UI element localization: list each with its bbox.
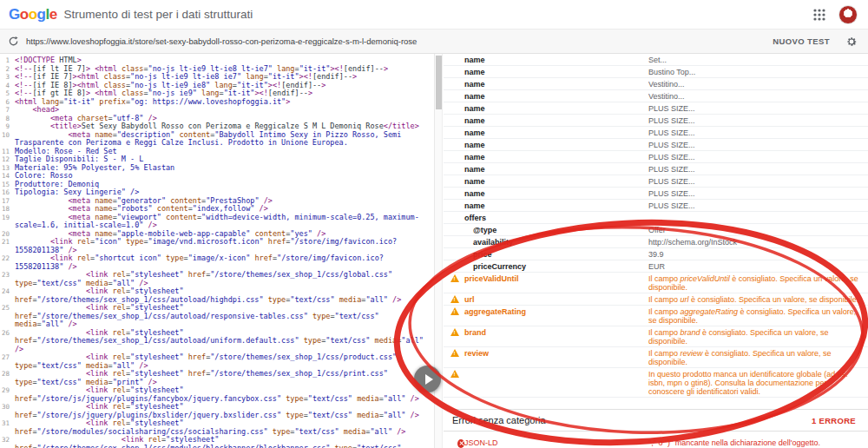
field-label: name	[464, 153, 648, 161]
field-value: Vestitino...	[648, 80, 861, 89]
errors-section-header: Errori senza categoria 1 ERRORE	[444, 409, 868, 432]
new-test-button[interactable]: NUOVO TEST	[773, 36, 830, 46]
structured-data-results-pane: nameSet...nameBustino Top...nameVestitin…	[444, 54, 868, 448]
field-label: brand	[464, 328, 648, 337]
field-value: PLUS SIZE...	[648, 128, 861, 137]
field-row[interactable]: namePLUS SIZE...	[444, 127, 868, 139]
warning-message: Il campo aggregateRating è consigliato. …	[648, 307, 861, 325]
field-label: name	[464, 128, 648, 137]
group-row[interactable]: offers	[444, 212, 868, 224]
field-label: price	[464, 250, 648, 259]
field-value: http://schema.org/InStock	[648, 238, 861, 247]
field-value: PLUS SIZE...	[648, 201, 861, 210]
apps-grid-icon[interactable]	[812, 8, 826, 22]
field-row[interactable]: priceCurrencyEUR	[444, 260, 868, 273]
warning-icon: !	[450, 370, 459, 378]
field-label: name	[464, 201, 648, 210]
field-value: Bustino Top...	[648, 68, 861, 76]
code-line: 28 <link rel="stylesheet" href="/store/t…	[0, 370, 434, 386]
code-line: 19 <meta name="viewport" content="width=…	[0, 214, 434, 230]
code-line: 27 <link rel="stylesheet" href="/store/t…	[0, 353, 434, 370]
tested-url: https://www.loveshopfoggia.it/store/set-…	[26, 36, 417, 46]
field-label: aggregateRating	[464, 307, 648, 316]
play-icon	[425, 374, 433, 385]
code-line: 10 <meta name="description" content="Bab…	[0, 131, 434, 148]
settings-gear-icon[interactable]	[845, 36, 858, 48]
url-toolbar: https://www.loveshopfoggia.it/store/set-…	[0, 30, 868, 54]
warning-message: In questo prodotto manca un identificato…	[648, 370, 861, 396]
warning-icon: !	[450, 295, 459, 303]
code-line: 21 <link rel="icon" type="image/vnd.micr…	[0, 238, 434, 254]
field-row[interactable]: namePLUS SIZE...	[444, 102, 868, 115]
field-value: PLUS SIZE...	[648, 189, 861, 198]
reload-icon[interactable]	[8, 36, 19, 47]
field-row[interactable]: nameBustino Top...	[444, 66, 868, 78]
field-label: name	[464, 104, 648, 113]
code-line: 32 <link rel="stylesheet" href="/store/t…	[0, 436, 434, 448]
warning-row[interactable]: !urlIl campo url è consigliato. Specific…	[444, 293, 868, 306]
error-field-label: JSON-LD	[464, 438, 648, 447]
field-row[interactable]: namePLUS SIZE...	[444, 139, 868, 151]
source-code-pane[interactable]: 1<!DOCTYPE HTML>2<!--[if lt IE 7]> <html…	[0, 54, 434, 448]
field-label: name	[464, 116, 648, 125]
error-count-badge: 1 ERRORE	[812, 416, 856, 425]
field-label: url	[464, 295, 648, 304]
app-header: Google Strumento di test per i dati stru…	[0, 0, 868, 30]
code-line: 29 <link rel="stylesheet" href="/store/j…	[0, 386, 434, 403]
warning-message: Il campo review è consigliato. Specifica…	[648, 349, 861, 366]
field-label: priceValidUntil	[464, 274, 648, 283]
field-label: name	[464, 80, 648, 89]
google-logo[interactable]: Google	[9, 7, 57, 22]
field-label: name	[464, 56, 648, 64]
field-row[interactable]: namePLUS SIZE...	[444, 188, 868, 200]
field-value: PLUS SIZE...	[648, 116, 861, 125]
app-title: Strumento di test per i dati strutturati	[64, 8, 253, 21]
field-label: priceCurrency	[464, 262, 648, 271]
warning-message: Il campo url è consigliato. Specifica un…	[648, 295, 861, 304]
code-line: 24 <link rel="stylesheet" href="/store/t…	[0, 287, 434, 304]
field-value: PLUS SIZE...	[648, 177, 861, 186]
field-label: name	[464, 189, 648, 198]
field-value: Set...	[648, 56, 861, 64]
field-row[interactable]: namePLUS SIZE...	[444, 115, 868, 127]
field-row[interactable]: availabilityhttp://schema.org/InStock	[444, 236, 868, 248]
validate-play-button[interactable]	[414, 366, 441, 392]
results-table: nameSet...nameBustino Top...nameVestitin…	[444, 54, 868, 398]
code-line: 26 <link rel="stylesheet" href="/store/t…	[0, 329, 434, 354]
field-value: EUR	[648, 262, 861, 271]
field-label: name	[464, 141, 648, 149]
field-label: name	[464, 177, 648, 186]
header-actions	[812, 5, 858, 24]
warning-row[interactable]: !priceValidUntilIl campo priceValidUntil…	[444, 273, 868, 293]
field-row[interactable]: namePLUS SIZE...	[444, 175, 868, 188]
field-value: Offer	[648, 226, 861, 234]
field-row[interactable]: namePLUS SIZE...	[444, 163, 868, 175]
field-value: PLUS SIZE...	[648, 141, 861, 149]
code-line: 30 <link rel="stylesheet" href="/store/j…	[0, 403, 434, 419]
error-message: "," o ")" mancante nella dichiarazione d…	[648, 438, 861, 447]
field-value: PLUS SIZE...	[648, 104, 861, 113]
field-row[interactable]: nameVestitino...	[444, 90, 868, 102]
warning-message: Il campo priceValidUntil è consigliato. …	[648, 274, 861, 292]
warning-row[interactable]: !brandIl campo brand è consigliato. Spec…	[444, 326, 868, 347]
field-row[interactable]: namePLUS SIZE...	[444, 151, 868, 163]
field-row[interactable]: nameSet...	[444, 54, 868, 66]
warning-row[interactable]: !aggregateRatingIl campo aggregateRating…	[444, 306, 868, 326]
error-row[interactable]: JSON-LD "," o ")" mancante nella dichiar…	[444, 432, 868, 448]
warning-icon: !	[450, 349, 459, 357]
field-row[interactable]: nameVestitino...	[444, 78, 868, 90]
errors-section-title: Errori senza categoria	[452, 415, 546, 425]
field-label: name	[464, 68, 648, 76]
field-row[interactable]: @typeOffer	[444, 224, 868, 236]
warning-icon: !	[450, 328, 459, 336]
field-row[interactable]: price39.9	[444, 248, 868, 260]
code-line: 31 <link rel="stylesheet" href="/store/m…	[0, 419, 434, 436]
warning-row[interactable]: !reviewIl campo review è consigliato. Sp…	[444, 347, 868, 368]
field-row[interactable]: namePLUS SIZE...	[444, 200, 868, 212]
warning-icon: !	[450, 307, 459, 315]
code-line: 22 <link rel="shortcut icon" type="image…	[0, 254, 434, 271]
warning-row[interactable]: !In questo prodotto manca un identificat…	[444, 368, 868, 398]
scrollbar-thumb[interactable]	[436, 56, 442, 109]
avatar[interactable]	[838, 5, 858, 24]
field-value: 39.9	[648, 250, 861, 259]
